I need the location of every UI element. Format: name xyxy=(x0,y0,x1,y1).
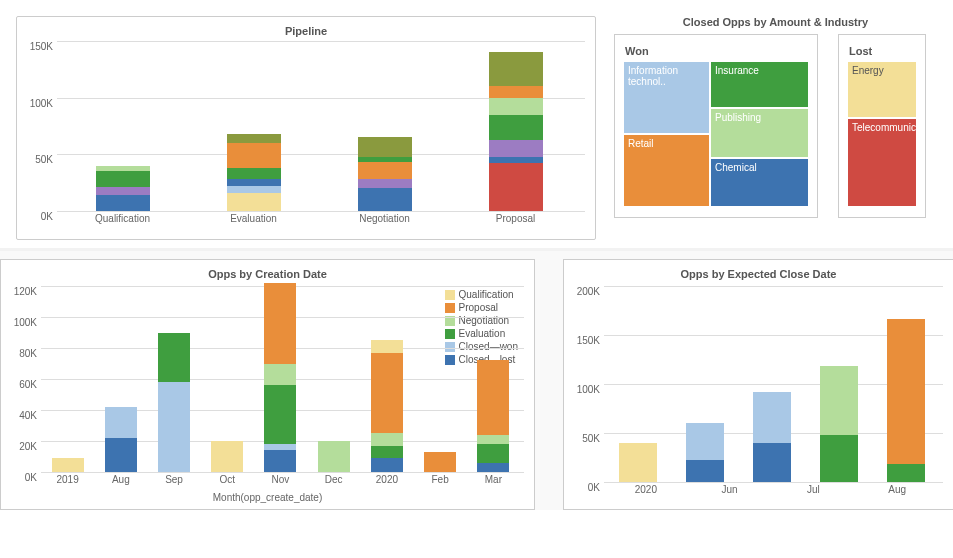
bar-segment[interactable] xyxy=(477,435,509,444)
bar-segment[interactable] xyxy=(753,392,791,443)
bar-segment[interactable] xyxy=(318,441,350,472)
y-tick: 150K xyxy=(577,335,600,346)
bar-segment[interactable] xyxy=(371,433,403,445)
bar-segment[interactable] xyxy=(424,452,456,472)
bar-segment[interactable] xyxy=(489,115,543,140)
bar-segment[interactable] xyxy=(358,188,412,211)
bar[interactable] xyxy=(489,52,543,211)
bar[interactable] xyxy=(318,441,350,472)
bar[interactable] xyxy=(686,423,724,482)
bar-segment[interactable] xyxy=(264,283,296,364)
bar-segment[interactable] xyxy=(227,193,281,211)
bar-segment[interactable] xyxy=(887,464,925,482)
bar-segment[interactable] xyxy=(158,333,190,383)
y-tick: 100K xyxy=(30,97,53,108)
treemap-lost-label: Lost xyxy=(849,45,917,57)
treemap-won[interactable]: Information technol..RetailInsurancePubl… xyxy=(623,61,809,207)
bar-segment[interactable] xyxy=(227,168,281,179)
bar-segment[interactable] xyxy=(489,52,543,86)
bar[interactable] xyxy=(424,452,456,472)
y-tick: 50K xyxy=(582,433,600,444)
bar[interactable] xyxy=(211,441,243,472)
bar-segment[interactable] xyxy=(227,179,281,186)
bar-segment[interactable] xyxy=(158,382,190,472)
bar-segment[interactable] xyxy=(477,463,509,472)
bar-segment[interactable] xyxy=(371,446,403,458)
bar-segment[interactable] xyxy=(489,86,543,97)
treemap-section: Closed Opps by Amount & Industry Won Inf… xyxy=(614,16,937,240)
bar[interactable] xyxy=(227,134,281,211)
bar-segment[interactable] xyxy=(358,179,412,188)
creation-chart[interactable]: QualificationProposalNegotiationEvaluati… xyxy=(11,286,524,490)
treemap-cell[interactable]: Chemical xyxy=(710,158,809,207)
bar[interactable] xyxy=(158,333,190,472)
x-label: Aug xyxy=(855,484,939,500)
treemap-cell[interactable]: Insurance xyxy=(710,61,809,108)
x-label: Jul xyxy=(772,484,856,500)
bar[interactable] xyxy=(371,340,403,472)
bar-segment[interactable] xyxy=(211,441,243,472)
treemap-cell[interactable]: Information technol.. xyxy=(623,61,710,134)
bar-segment[interactable] xyxy=(887,319,925,464)
bar-segment[interactable] xyxy=(489,163,543,211)
y-tick: 200K xyxy=(577,286,600,297)
bar-segment[interactable] xyxy=(52,458,84,472)
bar[interactable] xyxy=(105,407,137,472)
bar[interactable] xyxy=(358,137,412,211)
bar-segment[interactable] xyxy=(264,385,296,444)
bar-segment[interactable] xyxy=(358,162,412,179)
bar-segment[interactable] xyxy=(371,353,403,434)
bar-segment[interactable] xyxy=(227,143,281,168)
bar[interactable] xyxy=(820,366,858,482)
bar[interactable] xyxy=(477,360,509,472)
bar-segment[interactable] xyxy=(820,435,858,482)
bar[interactable] xyxy=(52,458,84,472)
treemap-cell[interactable]: Retail xyxy=(623,134,710,207)
bar[interactable] xyxy=(753,392,791,482)
treemap-lost-card: Lost EnergyTelecommunic.. xyxy=(838,34,926,218)
y-tick: 0K xyxy=(25,472,37,483)
y-tick: 0K xyxy=(588,482,600,493)
bar-segment[interactable] xyxy=(619,443,657,482)
bar-segment[interactable] xyxy=(358,137,412,156)
treemap-won-card: Won Information technol..RetailInsurance… xyxy=(614,34,818,218)
treemap-cell[interactable]: Telecommunic.. xyxy=(847,118,917,207)
x-label: Mar xyxy=(467,474,520,490)
x-label: 2020 xyxy=(360,474,413,490)
bar-segment[interactable] xyxy=(489,140,543,157)
bar-segment[interactable] xyxy=(820,366,858,435)
bar-segment[interactable] xyxy=(477,444,509,463)
bar-segment[interactable] xyxy=(477,360,509,434)
treemap-cell[interactable]: Energy xyxy=(847,61,917,118)
bar[interactable] xyxy=(96,166,150,211)
bar-segment[interactable] xyxy=(686,460,724,482)
bar-segment[interactable] xyxy=(96,171,150,187)
treemap-lost[interactable]: EnergyTelecommunic.. xyxy=(847,61,917,207)
bar-segment[interactable] xyxy=(227,134,281,143)
bar-segment[interactable] xyxy=(227,186,281,193)
close-chart[interactable]: 0K50K100K150K200K2020JunJulAug xyxy=(574,286,943,500)
bar[interactable] xyxy=(887,319,925,482)
bar-segment[interactable] xyxy=(753,443,791,482)
treemap-cell[interactable]: Publishing xyxy=(710,108,809,158)
bar-segment[interactable] xyxy=(686,423,724,460)
bar[interactable] xyxy=(264,283,296,472)
bar-segment[interactable] xyxy=(489,157,543,164)
bar-segment[interactable] xyxy=(371,340,403,352)
x-label: Aug xyxy=(94,474,147,490)
bar-segment[interactable] xyxy=(96,195,150,211)
bar-segment[interactable] xyxy=(105,438,137,472)
x-label: Negotiation xyxy=(319,213,450,229)
bar[interactable] xyxy=(619,443,657,482)
creation-xcaption: Month(opp_create_date) xyxy=(11,492,524,503)
y-tick: 50K xyxy=(35,154,53,165)
bar-segment[interactable] xyxy=(264,364,296,386)
bar-segment[interactable] xyxy=(105,407,137,438)
close-title: Opps by Expected Close Date xyxy=(574,268,943,280)
pipeline-chart[interactable]: 0K50K100K150KQualificationEvaluationNego… xyxy=(27,41,585,229)
bar-segment[interactable] xyxy=(96,187,150,195)
x-label: Proposal xyxy=(450,213,581,229)
bar-segment[interactable] xyxy=(371,458,403,472)
bar-segment[interactable] xyxy=(264,450,296,472)
bar-segment[interactable] xyxy=(489,98,543,115)
